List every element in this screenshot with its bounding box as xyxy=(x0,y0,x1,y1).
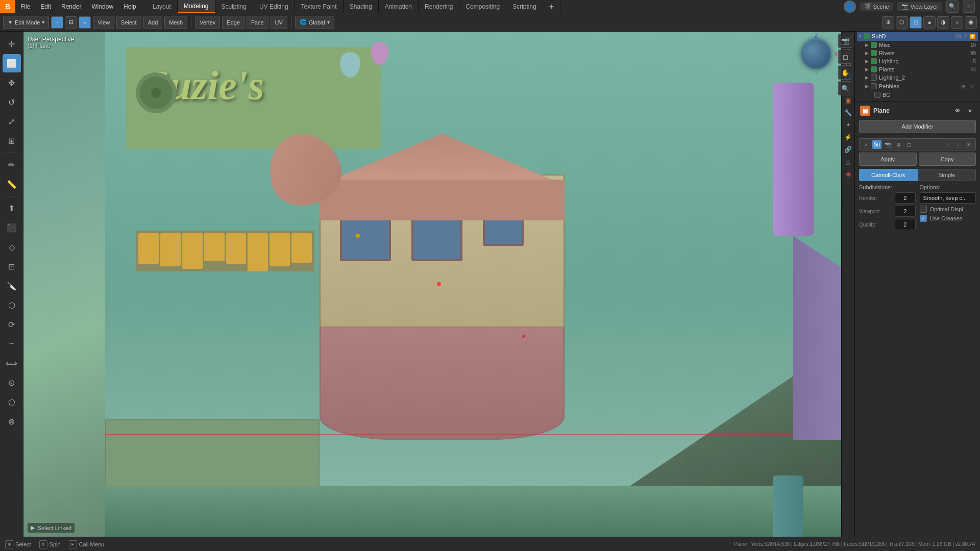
search-icon[interactable]: 🔍 xyxy=(946,1,959,13)
tab-sculpting[interactable]: Sculpting xyxy=(215,0,253,13)
object-close-icon[interactable]: ✕ xyxy=(965,106,975,116)
move-tool[interactable]: ✥ xyxy=(3,73,21,92)
smooth-tool[interactable]: ~ xyxy=(3,335,21,353)
mode-selector[interactable]: ▼ Edit Mode ▾ xyxy=(3,16,49,29)
menu-file[interactable]: File xyxy=(15,0,35,13)
add-modifier-button[interactable]: Add Modifier xyxy=(859,120,976,133)
menu-window[interactable]: Window xyxy=(86,0,118,13)
vertex-mode-icon[interactable]: · xyxy=(51,16,63,29)
smooth-value[interactable]: Smooth, keep c... xyxy=(920,192,976,204)
overlays-icon[interactable]: ⬡ xyxy=(896,16,908,29)
shear-tool[interactable]: ⬠ xyxy=(3,393,21,411)
bg-check[interactable] xyxy=(874,92,880,98)
polybuilder-tool[interactable]: ⬡ xyxy=(3,296,21,314)
view-layer-selector[interactable]: 📷 View Layer xyxy=(897,2,942,11)
object-properties-icon[interactable]: ▣ xyxy=(843,95,854,106)
menu-help[interactable]: Help xyxy=(118,0,141,13)
subd-check[interactable] xyxy=(864,33,870,39)
shading-rendered-icon[interactable]: ○ xyxy=(951,16,963,29)
bevel-tool[interactable]: ◇ xyxy=(3,238,21,256)
collection-item-lighting2[interactable]: ▶ Lighting_2 xyxy=(857,73,978,82)
mod-down-icon[interactable]: ↓ xyxy=(953,140,963,149)
quality-value[interactable]: 2 xyxy=(895,219,916,230)
simple-btn[interactable]: Simple xyxy=(918,169,976,181)
tab-modeling[interactable]: Modeling xyxy=(178,0,215,13)
mod-viewport-icon[interactable]: ◻ xyxy=(904,140,914,149)
rotate-tool[interactable]: ↺ xyxy=(3,93,21,111)
edge-mode-icon[interactable]: ⊟ xyxy=(65,16,77,29)
tab-animation[interactable]: Animation xyxy=(379,0,419,13)
spin-tool[interactable]: ⟳ xyxy=(3,315,21,334)
viewport-value[interactable]: 2 xyxy=(895,206,916,217)
pebbles-check[interactable] xyxy=(871,83,877,89)
collection-item-subd[interactable]: ▾ SubD 09, 2 🔽 xyxy=(857,32,978,41)
xray-icon[interactable]: ◻ xyxy=(910,16,922,29)
filter-icon[interactable]: ≡ xyxy=(963,1,975,13)
measure-tool[interactable]: 📏 xyxy=(3,175,21,193)
mod-render-icon[interactable]: 🖥 xyxy=(894,140,903,149)
face-menu[interactable]: Face xyxy=(247,16,268,29)
scene-selector[interactable]: 🎬 Scene xyxy=(860,2,893,11)
object-hide-icon[interactable]: 👁 xyxy=(952,106,963,116)
view-menu[interactable]: View xyxy=(93,16,114,29)
knife-tool[interactable]: 🔪 xyxy=(3,277,21,295)
add-menu[interactable]: Add xyxy=(143,16,163,29)
lighting2-check[interactable] xyxy=(871,74,877,81)
mesh-menu[interactable]: Mesh xyxy=(164,16,187,29)
material-properties-icon[interactable]: ◉ xyxy=(843,168,854,180)
transform-tool[interactable]: ⊞ xyxy=(3,132,21,150)
inset-tool[interactable]: ⬛ xyxy=(3,218,21,237)
collection-item-bg[interactable]: BG xyxy=(857,91,978,99)
mod-close-icon[interactable]: ✕ xyxy=(964,140,973,149)
annotate-tool[interactable]: ✏ xyxy=(3,156,21,174)
zoom-icon[interactable]: 🔍 xyxy=(838,81,852,95)
mod-up-icon[interactable]: ↑ xyxy=(943,140,952,149)
perspective-icon[interactable]: ◻ xyxy=(838,49,852,64)
loop-cut-tool[interactable]: ⊡ xyxy=(3,257,21,276)
tab-scripting[interactable]: Scripting xyxy=(506,0,543,13)
use-creases-checkbox[interactable]: ✓ xyxy=(920,215,927,222)
tab-rendering[interactable]: Rendering xyxy=(419,0,459,13)
catmull-clark-btn[interactable]: Catmull-Clark xyxy=(859,169,918,181)
mod-check-icon[interactable]: ✓ xyxy=(862,140,871,149)
tab-shading[interactable]: Shading xyxy=(344,0,379,13)
tab-uv-editing[interactable]: UV Editing xyxy=(253,0,295,13)
physics-icon[interactable]: ⚡ xyxy=(843,132,854,143)
3d-viewport[interactable]: Suzie's xyxy=(23,32,854,537)
particles-icon[interactable]: ✦ xyxy=(843,119,854,131)
viewport-gizmos-icon[interactable]: ⊕ xyxy=(882,16,894,29)
scale-tool[interactable]: ⤢ xyxy=(3,112,21,131)
tab-add[interactable]: + xyxy=(543,0,560,13)
copy-button[interactable]: Copy xyxy=(919,153,976,166)
collection-item-lighting[interactable]: ▶ Lighting 5 xyxy=(857,57,978,65)
uv-menu[interactable]: UV xyxy=(271,16,287,29)
user-avatar[interactable]: 👤 xyxy=(844,1,856,13)
rivets-check[interactable] xyxy=(871,50,877,56)
rip-region-tool[interactable]: ⊗ xyxy=(3,412,21,431)
shading-eevee-icon[interactable]: ◉ xyxy=(965,16,977,29)
shrink-fatten-tool[interactable]: ⊙ xyxy=(3,373,21,392)
vertex-menu[interactable]: Vertex xyxy=(195,16,220,29)
constraints-icon[interactable]: 🔗 xyxy=(843,144,854,155)
menu-edit[interactable]: Edit xyxy=(35,0,56,13)
mod-camera-icon[interactable]: 📷 xyxy=(883,140,892,149)
transform-orientation[interactable]: 🌐 Global ▾ xyxy=(295,16,334,29)
collection-item-misc[interactable]: ▶ Misc 10 xyxy=(857,41,978,49)
select-box-tool[interactable]: ⬜ xyxy=(3,54,21,72)
pan-icon[interactable]: ✋ xyxy=(838,65,852,80)
nav-gizmo-container[interactable]: X Y Z xyxy=(796,34,837,74)
edge-slide-tool[interactable]: ⟺ xyxy=(3,354,21,372)
render-value[interactable]: 2 xyxy=(895,192,916,204)
extrude-tool[interactable]: ⬆ xyxy=(3,199,21,217)
edge-menu[interactable]: Edge xyxy=(222,16,244,29)
collection-item-pebbles[interactable]: ▶ Pebbles ⊞ ▽ xyxy=(857,82,978,91)
tab-compositing[interactable]: Compositing xyxy=(459,0,506,13)
shading-material-icon[interactable]: ◑ xyxy=(937,16,949,29)
face-mode-icon[interactable]: ▪ xyxy=(79,16,91,29)
apply-button[interactable]: Apply xyxy=(859,153,917,166)
plants-check[interactable] xyxy=(871,66,877,72)
menu-render[interactable]: Render xyxy=(56,0,86,13)
lighting-check[interactable] xyxy=(871,58,877,64)
tab-texture-paint[interactable]: Texture Paint xyxy=(295,0,344,13)
modifier-properties-icon[interactable]: 🔧 xyxy=(843,107,854,118)
